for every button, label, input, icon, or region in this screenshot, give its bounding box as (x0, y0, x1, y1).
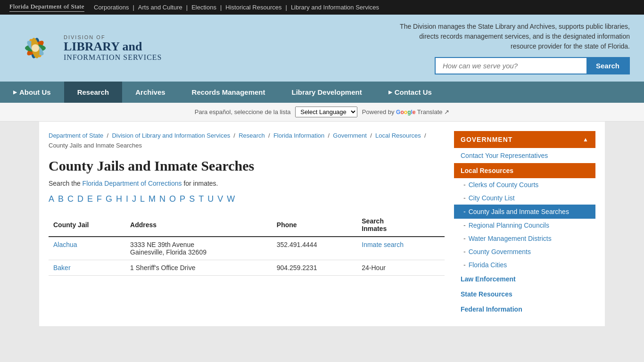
alpha-w[interactable]: W (227, 194, 235, 204)
header-right: The Division manages the State Library a… (176, 22, 630, 74)
alpha-c[interactable]: C (67, 194, 74, 204)
alpha-f[interactable]: F (97, 194, 102, 204)
search-button[interactable]: Search (586, 58, 629, 74)
intro-before: Search the (49, 180, 81, 187)
alpha-j[interactable]: J (132, 194, 136, 204)
sidebar-item-label: City County List (469, 194, 515, 202)
alpha-index: A B C D E F G H I J L M N O P S T (49, 194, 445, 204)
dash-icon: - (463, 208, 466, 215)
alpha-s[interactable]: S (189, 194, 195, 204)
alpha-e[interactable]: E (87, 194, 93, 204)
sidebar-item-city-county[interactable]: - City County List (454, 191, 595, 205)
alpha-m[interactable]: M (149, 194, 156, 204)
breadcrumb-current: County Jails and Inmate Searches (49, 142, 142, 149)
sidebar: GOVERNMENT ▲ Contact Your Representative… (454, 131, 595, 317)
page-intro: Search the Florida Department of Correct… (49, 180, 445, 187)
sidebar-item-regional[interactable]: - Regional Planning Councils (454, 219, 595, 232)
sidebar-item-label: County Governments (469, 248, 531, 255)
top-link-corporations[interactable]: Corporations (94, 4, 129, 11)
jail-link-baker[interactable]: Baker (53, 264, 71, 272)
sidebar-item-label: Water Management Districts (469, 235, 552, 242)
breadcrumb-florida-info[interactable]: Florida Information (273, 132, 324, 139)
state-logo-text: Florida Department of State (9, 3, 84, 10)
top-link-arts[interactable]: Arts and Culture (138, 4, 182, 11)
jail-search: 24-Hour (357, 260, 445, 275)
breadcrumb-division[interactable]: Division of Library and Information Serv… (112, 132, 230, 139)
sidebar-contact-reps[interactable]: Contact Your Representatives (454, 148, 595, 163)
state-logo: Florida Department of State (9, 3, 84, 12)
intro-after: for inmates. (183, 180, 218, 187)
alpha-u[interactable]: U (207, 194, 214, 204)
main-content: Department of State / Division of Librar… (39, 122, 605, 326)
breadcrumb-local-resources[interactable]: Local Resources (375, 132, 421, 139)
sidebar-item-county-gov[interactable]: - County Governments (454, 245, 595, 258)
sidebar-section-label: GOVERNMENT (461, 136, 512, 143)
nav-item-contact[interactable]: ▶ Contact Us (375, 82, 445, 103)
language-select[interactable]: Select Language (295, 107, 357, 117)
sidebar-local-resources-header[interactable]: Local Resources (454, 163, 595, 178)
lang-text: Para español, seleccione de la lista (195, 108, 291, 115)
nav-item-archives[interactable]: Archives (122, 82, 178, 103)
arrow-icon: ▶ (388, 90, 392, 95)
nav-item-records[interactable]: Records Management (179, 82, 279, 103)
alpha-g[interactable]: G (106, 194, 112, 204)
alpha-h[interactable]: H (116, 194, 122, 204)
sidebar-federal-info[interactable]: Federal Information (454, 302, 595, 317)
powered-by: Powered by Google Translate ↗ (362, 108, 449, 115)
jail-phone: 352.491.4444 (272, 237, 357, 260)
sidebar-government-header[interactable]: GOVERNMENT ▲ (454, 131, 595, 148)
jail-search: Inmate search (357, 237, 445, 260)
alpha-n[interactable]: N (159, 194, 165, 204)
jail-phone: 904.259.2231 (272, 260, 357, 275)
chevron-up-icon: ▲ (583, 136, 589, 143)
search-label-baker: 24-Hour (362, 264, 386, 272)
alpha-i[interactable]: I (126, 194, 128, 204)
alpha-b[interactable]: B (58, 194, 64, 204)
content-wrapper: Department of State / Division of Librar… (39, 122, 605, 326)
sidebar-law-enforcement[interactable]: Law Enforcement (454, 272, 595, 287)
sidebar-state-resources[interactable]: State Resources (454, 287, 595, 302)
breadcrumb-research[interactable]: Research (239, 132, 265, 139)
jail-address: 1 Sheriff's Office Drive (125, 260, 272, 275)
sidebar-item-clerks[interactable]: - Clerks of County Courts (454, 178, 595, 191)
breadcrumb-government[interactable]: Government (333, 132, 367, 139)
page-title: County Jails and Inmate Searches (49, 158, 445, 174)
alpha-a[interactable]: A (49, 194, 54, 204)
info-services-label: INFORMATION SERVICES (64, 53, 162, 62)
dash-icon: - (463, 261, 466, 269)
breadcrumb: Department of State / Division of Librar… (49, 131, 445, 151)
jail-table: County Jail Address Phone SearchInmates … (49, 214, 445, 276)
alpha-p[interactable]: P (180, 194, 185, 204)
search-input[interactable] (436, 58, 586, 74)
top-nav-links: Corporations | Arts and Culture | Electi… (94, 4, 379, 11)
top-link-library[interactable]: Library and Information Services (291, 4, 379, 11)
logo-icon (14, 27, 57, 69)
top-link-elections[interactable]: Elections (191, 4, 216, 11)
col-address: Address (125, 214, 272, 237)
logo-area: DIVISION OF LIBRARY and INFORMATION SERV… (14, 27, 162, 69)
jail-link-alachua[interactable]: Alachua (53, 241, 77, 248)
col-phone: Phone (272, 214, 357, 237)
sidebar-item-florida-cities[interactable]: - Florida Cities (454, 258, 595, 272)
breadcrumb-dept-of-state[interactable]: Department of State (49, 132, 103, 139)
alpha-d[interactable]: D (77, 194, 83, 204)
sidebar-item-county-jails[interactable]: - County Jails and Inmate Searches (454, 205, 595, 219)
alpha-t[interactable]: T (198, 194, 204, 204)
sidebar-item-label: County Jails and Inmate Searches (469, 208, 569, 215)
nav-item-library-dev[interactable]: Library Development (278, 82, 375, 103)
nav-item-about-us[interactable]: ▶ About Us (0, 82, 64, 103)
nav-label: Contact Us (395, 88, 432, 96)
top-link-historical[interactable]: Historical Resources (225, 4, 281, 11)
sidebar-item-label: Florida Cities (469, 261, 507, 269)
corrections-link[interactable]: Florida Department of Corrections (83, 180, 182, 187)
nav-item-research[interactable]: Research (64, 82, 123, 103)
alpha-o[interactable]: O (169, 194, 176, 204)
sidebar-item-water[interactable]: - Water Management Districts (454, 232, 595, 245)
sidebar-item-label: Regional Planning Councils (469, 222, 549, 229)
header: DIVISION OF LIBRARY and INFORMATION SERV… (0, 15, 644, 82)
alpha-l[interactable]: L (140, 194, 145, 204)
nav-label: Records Management (192, 88, 265, 96)
tagline: The Division manages the State Library a… (394, 22, 630, 51)
alpha-v[interactable]: V (217, 194, 223, 204)
inmate-search-link-alachua[interactable]: Inmate search (362, 241, 404, 248)
